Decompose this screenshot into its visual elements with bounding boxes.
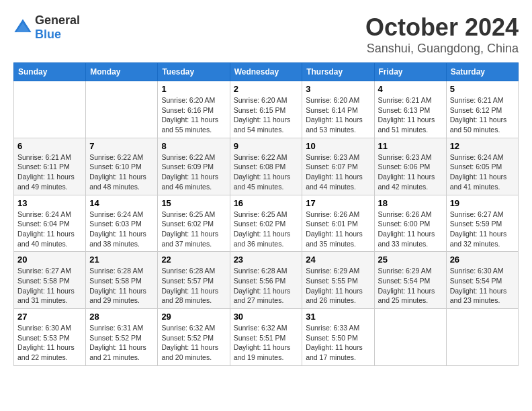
- day-info: Sunrise: 6:33 AMSunset: 5:50 PMDaylight:…: [306, 323, 370, 363]
- calendar-cell: 25 Sunrise: 6:29 AMSunset: 5:54 PMDaylig…: [374, 252, 446, 309]
- calendar-cell: 10 Sunrise: 6:23 AMSunset: 6:07 PMDaylig…: [302, 138, 374, 195]
- column-header-monday: Monday: [86, 63, 158, 81]
- day-number: 3: [306, 84, 370, 94]
- day-info: Sunrise: 6:26 AMSunset: 6:01 PMDaylight:…: [306, 210, 370, 249]
- calendar-cell: [446, 309, 518, 366]
- calendar-cell: 18 Sunrise: 6:26 AMSunset: 6:00 PMDaylig…: [374, 195, 446, 252]
- calendar-cell: [374, 309, 446, 366]
- day-number: 25: [378, 255, 443, 265]
- day-number: 15: [161, 198, 226, 208]
- day-info: Sunrise: 6:24 AMSunset: 6:03 PMDaylight:…: [89, 210, 154, 249]
- day-number: 30: [234, 312, 299, 322]
- calendar-cell: 1 Sunrise: 6:20 AMSunset: 6:16 PMDayligh…: [158, 81, 230, 138]
- day-info: Sunrise: 6:22 AMSunset: 6:08 PMDaylight:…: [234, 152, 299, 192]
- day-number: 27: [17, 312, 82, 322]
- logo: General Blue: [13, 13, 80, 42]
- day-number: 2: [234, 84, 299, 94]
- calendar-cell: 20 Sunrise: 6:27 AMSunset: 5:58 PMDaylig…: [14, 252, 86, 309]
- logo-text: General Blue: [35, 13, 80, 42]
- day-info: Sunrise: 6:28 AMSunset: 5:58 PMDaylight:…: [89, 266, 154, 306]
- day-info: Sunrise: 6:28 AMSunset: 5:57 PMDaylight:…: [161, 266, 226, 306]
- logo-icon: [13, 18, 32, 37]
- calendar-cell: 28 Sunrise: 6:31 AMSunset: 5:52 PMDaylig…: [86, 309, 158, 366]
- day-number: 16: [234, 198, 299, 208]
- day-info: Sunrise: 6:29 AMSunset: 5:55 PMDaylight:…: [306, 266, 370, 306]
- day-number: 17: [306, 198, 370, 208]
- calendar-cell: 29 Sunrise: 6:32 AMSunset: 5:52 PMDaylig…: [158, 309, 230, 366]
- calendar-cell: 30 Sunrise: 6:32 AMSunset: 5:51 PMDaylig…: [230, 309, 302, 366]
- day-info: Sunrise: 6:32 AMSunset: 5:51 PMDaylight:…: [234, 323, 299, 363]
- calendar-cell: 9 Sunrise: 6:22 AMSunset: 6:08 PMDayligh…: [230, 138, 302, 195]
- day-number: 12: [450, 141, 515, 151]
- day-info: Sunrise: 6:25 AMSunset: 6:02 PMDaylight:…: [234, 210, 299, 249]
- calendar-cell: [86, 81, 158, 138]
- day-number: 9: [234, 141, 299, 151]
- column-header-thursday: Thursday: [302, 63, 374, 81]
- location-title: Sanshui, Guangdong, China: [365, 42, 519, 56]
- calendar-week-1: 1 Sunrise: 6:20 AMSunset: 6:16 PMDayligh…: [14, 81, 519, 138]
- calendar-cell: 11 Sunrise: 6:23 AMSunset: 6:06 PMDaylig…: [374, 138, 446, 195]
- calendar-cell: 26 Sunrise: 6:30 AMSunset: 5:54 PMDaylig…: [446, 252, 518, 309]
- day-number: 22: [161, 255, 226, 265]
- day-info: Sunrise: 6:21 AMSunset: 6:13 PMDaylight:…: [378, 95, 443, 135]
- calendar-cell: 15 Sunrise: 6:25 AMSunset: 6:02 PMDaylig…: [158, 195, 230, 252]
- calendar-header-row: SundayMondayTuesdayWednesdayThursdayFrid…: [14, 63, 519, 81]
- calendar-cell: 13 Sunrise: 6:24 AMSunset: 6:04 PMDaylig…: [14, 195, 86, 252]
- day-info: Sunrise: 6:23 AMSunset: 6:07 PMDaylight:…: [306, 152, 370, 192]
- day-info: Sunrise: 6:23 AMSunset: 6:06 PMDaylight:…: [378, 152, 443, 192]
- page-header: General Blue October 2024 Sanshui, Guang…: [13, 13, 519, 56]
- calendar-cell: 12 Sunrise: 6:24 AMSunset: 6:05 PMDaylig…: [446, 138, 518, 195]
- day-number: 14: [89, 198, 154, 208]
- calendar-cell: 7 Sunrise: 6:22 AMSunset: 6:10 PMDayligh…: [86, 138, 158, 195]
- day-info: Sunrise: 6:30 AMSunset: 5:53 PMDaylight:…: [17, 323, 82, 363]
- calendar-body: 1 Sunrise: 6:20 AMSunset: 6:16 PMDayligh…: [14, 81, 519, 366]
- day-number: 6: [17, 141, 82, 151]
- calendar-cell: 17 Sunrise: 6:26 AMSunset: 6:01 PMDaylig…: [302, 195, 374, 252]
- calendar-week-2: 6 Sunrise: 6:21 AMSunset: 6:11 PMDayligh…: [14, 138, 519, 195]
- day-number: 7: [89, 141, 154, 151]
- calendar-cell: 2 Sunrise: 6:20 AMSunset: 6:15 PMDayligh…: [230, 81, 302, 138]
- day-info: Sunrise: 6:21 AMSunset: 6:12 PMDaylight:…: [450, 95, 515, 135]
- calendar-cell: 3 Sunrise: 6:20 AMSunset: 6:14 PMDayligh…: [302, 81, 374, 138]
- column-header-friday: Friday: [374, 63, 446, 81]
- day-info: Sunrise: 6:25 AMSunset: 6:02 PMDaylight:…: [161, 210, 226, 249]
- column-header-wednesday: Wednesday: [230, 63, 302, 81]
- calendar-cell: 24 Sunrise: 6:29 AMSunset: 5:55 PMDaylig…: [302, 252, 374, 309]
- day-number: 28: [89, 312, 154, 322]
- calendar-cell: 23 Sunrise: 6:28 AMSunset: 5:56 PMDaylig…: [230, 252, 302, 309]
- calendar-cell: 4 Sunrise: 6:21 AMSunset: 6:13 PMDayligh…: [374, 81, 446, 138]
- day-number: 8: [161, 141, 226, 151]
- day-info: Sunrise: 6:31 AMSunset: 5:52 PMDaylight:…: [89, 323, 154, 363]
- calendar-table: SundayMondayTuesdayWednesdayThursdayFrid…: [13, 62, 519, 366]
- day-number: 19: [450, 198, 515, 208]
- day-number: 24: [306, 255, 370, 265]
- calendar-cell: 21 Sunrise: 6:28 AMSunset: 5:58 PMDaylig…: [86, 252, 158, 309]
- day-info: Sunrise: 6:22 AMSunset: 6:10 PMDaylight:…: [89, 152, 154, 192]
- calendar-week-3: 13 Sunrise: 6:24 AMSunset: 6:04 PMDaylig…: [14, 195, 519, 252]
- day-number: 5: [450, 84, 515, 94]
- calendar-cell: 14 Sunrise: 6:24 AMSunset: 6:03 PMDaylig…: [86, 195, 158, 252]
- month-title: October 2024: [365, 13, 519, 42]
- day-info: Sunrise: 6:20 AMSunset: 6:15 PMDaylight:…: [234, 95, 299, 135]
- logo-blue: Blue: [35, 28, 61, 41]
- day-info: Sunrise: 6:24 AMSunset: 6:05 PMDaylight:…: [450, 152, 515, 192]
- day-number: 31: [306, 312, 370, 322]
- day-number: 4: [378, 84, 443, 94]
- day-number: 10: [306, 141, 370, 151]
- day-number: 1: [161, 84, 226, 94]
- calendar-cell: 22 Sunrise: 6:28 AMSunset: 5:57 PMDaylig…: [158, 252, 230, 309]
- day-number: 13: [17, 198, 82, 208]
- calendar-cell: 31 Sunrise: 6:33 AMSunset: 5:50 PMDaylig…: [302, 309, 374, 366]
- day-info: Sunrise: 6:26 AMSunset: 6:00 PMDaylight:…: [378, 210, 443, 249]
- title-block: October 2024 Sanshui, Guangdong, China: [365, 13, 519, 56]
- day-info: Sunrise: 6:21 AMSunset: 6:11 PMDaylight:…: [17, 152, 82, 192]
- day-info: Sunrise: 6:28 AMSunset: 5:56 PMDaylight:…: [234, 266, 299, 306]
- day-info: Sunrise: 6:27 AMSunset: 5:59 PMDaylight:…: [450, 210, 515, 249]
- day-info: Sunrise: 6:20 AMSunset: 6:16 PMDaylight:…: [161, 95, 226, 135]
- column-header-sunday: Sunday: [14, 63, 86, 81]
- calendar-cell: [14, 81, 86, 138]
- day-number: 21: [89, 255, 154, 265]
- calendar-week-5: 27 Sunrise: 6:30 AMSunset: 5:53 PMDaylig…: [14, 309, 519, 366]
- day-number: 26: [450, 255, 515, 265]
- day-info: Sunrise: 6:27 AMSunset: 5:58 PMDaylight:…: [17, 266, 82, 306]
